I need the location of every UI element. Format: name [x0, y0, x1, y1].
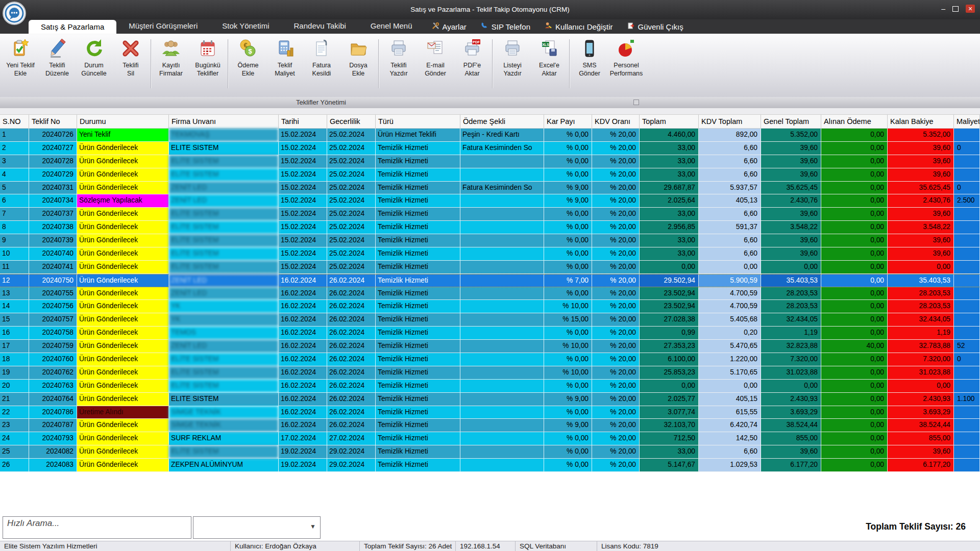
cell-sno: 15 — [0, 313, 29, 327]
ribbon-button-14[interactable]: XLSExcel'eAktar — [531, 37, 568, 78]
table-row[interactable]: 262024083Ürün GönderilecekZEKPEN ALÜMİNY… — [0, 459, 980, 472]
ribbon-button-6[interactable]: €$ÖdemeEkle — [230, 37, 266, 78]
tab-1[interactable]: Müşteri Görüşmeleri — [116, 19, 210, 34]
ribbon-button-10[interactable]: TeklifiYazdır — [380, 37, 417, 78]
table-row[interactable]: 2220240786Üretime AlındıSİMGE TEKNİK16.0… — [0, 406, 980, 419]
table-row[interactable]: 1020240740Ürün GönderilecekELİTE SİSTEM1… — [0, 247, 980, 261]
column-header-12[interactable]: Genel Toplam — [761, 115, 821, 128]
tab-0[interactable]: Satış & Pazarlama — [29, 20, 116, 34]
column-header-4[interactable]: Tarihi — [279, 115, 327, 128]
menu-item-3[interactable]: Güvenli Çıkış — [620, 19, 691, 34]
ribbon-button-label: SMSGönder — [571, 61, 608, 78]
table-row[interactable]: 320240728Ürün GönderilecekELİTE SİSTEM15… — [0, 155, 980, 168]
tab-3[interactable]: Randevu Takibi — [282, 19, 358, 34]
ribbon-button-2[interactable]: DurumGüncelle — [76, 37, 112, 78]
filter-dropdown[interactable]: ▼ — [193, 516, 321, 539]
table-row[interactable]: 1620240758Ürün GönderilecekTEMOS16.02.20… — [0, 327, 980, 340]
ribbon-button-4[interactable]: KayıtlıFirmalar — [153, 37, 189, 78]
cell-kdv_toplam: 4.700,59 — [699, 287, 761, 300]
cell-tarihi: 16.02.2024 — [279, 353, 327, 366]
ribbon-button-15[interactable]: SMSGönder — [571, 37, 608, 78]
table-row[interactable]: 1420240756Ürün GönderilecekYK16.02.20242… — [0, 300, 980, 313]
search-input[interactable] — [3, 516, 191, 539]
ribbon-button-16[interactable]: PersonelPerformans — [608, 37, 645, 78]
table-row[interactable]: 220240727Ürün GönderilecekELITE SISTEM15… — [0, 142, 980, 155]
column-header-11[interactable]: KDV Toplam — [699, 115, 761, 128]
table-row[interactable]: 2420240793Ürün GönderilecekSURF REKLAM17… — [0, 432, 980, 445]
column-header-7[interactable]: Ödeme Şekli — [460, 115, 544, 128]
ribbon-button-3[interactable]: TeklifiSil — [112, 37, 149, 78]
maximize-icon[interactable] — [952, 6, 959, 12]
cell-sno: 2 — [0, 142, 29, 155]
ribbon-button-5[interactable]: BugünküTeklifler — [189, 37, 226, 78]
cell-tarihi: 16.02.2024 — [279, 393, 327, 406]
cell-tarihi: 16.02.2024 — [279, 366, 327, 380]
column-header-5[interactable]: Gecerlilik — [327, 115, 376, 128]
close-icon[interactable]: × — [966, 5, 975, 13]
table-row[interactable]: 120240726Yeni TeklifTEKMOVAŞ15.02.202425… — [0, 129, 980, 142]
cell-odeme_sekli — [460, 194, 544, 208]
cell-alinan_odeme: 0,00 — [821, 393, 888, 406]
cell-kalan_bakiye: 39,60 — [888, 142, 954, 155]
table-row[interactable]: 920240739Ürün GönderilecekELİTE SİSTEM15… — [0, 234, 980, 247]
offers-table: 120240726Yeni TeklifTEKMOVAŞ15.02.202425… — [0, 129, 980, 472]
cell-alinan_odeme: 40,00 — [821, 340, 888, 353]
table-row[interactable]: 520240731Ürün GönderilecekZENİT LED15.02… — [0, 182, 980, 195]
tab-2[interactable]: Stok Yönetimi — [210, 19, 281, 34]
table-row[interactable]: 620240734Sözleşme YapılacakZENİT LED15.0… — [0, 194, 980, 208]
table-row[interactable]: 2320240787Ürün GönderilecekSİMGE TEKNİK1… — [0, 419, 980, 432]
table-row[interactable]: 1920240762Ürün GönderilecekELİTE SİSTEM1… — [0, 366, 980, 380]
ribbon-button-0[interactable]: Yeni TeklifEkle — [2, 37, 39, 78]
ribbon-button-9[interactable]: DosyaEkle — [340, 37, 377, 78]
column-header-15[interactable]: Maliyet — [954, 115, 980, 128]
column-header-13[interactable]: Alınan Ödeme — [821, 115, 888, 128]
minimize-icon[interactable]: – — [941, 5, 945, 13]
table-row[interactable]: 420240729Ürün GönderilecekELİTE SİSTEM15… — [0, 168, 980, 182]
cell-kar_payi: % 0,00 — [544, 327, 592, 340]
table-row[interactable]: 1320240755Ürün GönderilecekZENİT LED16.0… — [0, 287, 980, 300]
table-row[interactable]: 720240737Ürün GönderilecekELİTE SİSTEM15… — [0, 208, 980, 221]
ribbon-button-7[interactable]: TeklifMaliyet — [266, 37, 303, 78]
column-header-1[interactable]: Teklif No — [29, 115, 77, 128]
cell-toplam: 0,00 — [640, 261, 699, 274]
column-header-10[interactable]: Toplam — [640, 115, 699, 128]
column-header-0[interactable]: S.NO — [0, 115, 29, 128]
ribbon-button-1[interactable]: TeklifiDüzenle — [39, 37, 76, 78]
cell-firma: ELITE SISTEM — [169, 142, 279, 155]
table-row[interactable]: 252024082Ürün GönderilecekELİTE SİSTEM19… — [0, 445, 980, 459]
column-header-6[interactable]: Türü — [376, 115, 460, 128]
column-header-8[interactable]: Kar Payı — [544, 115, 592, 128]
cell-kar_payi: % 0,00 — [544, 459, 592, 472]
menu-item-2[interactable]: Kullanıcı Değiştir — [537, 19, 620, 34]
table-row[interactable]: 1820240760Ürün GönderilecekELİTE SİSTEM1… — [0, 353, 980, 366]
table-row[interactable]: 2120240764Ürün GönderilecekELITE SISTEM1… — [0, 393, 980, 406]
menu-item-1[interactable]: SIP Telefon — [474, 19, 537, 34]
table-row[interactable]: 1120240741Ürün GönderilecekELİTE SİSTEM1… — [0, 261, 980, 274]
tab-4[interactable]: Genel Menü — [358, 19, 425, 34]
ribbon-button-11[interactable]: E-mailGönder — [417, 37, 454, 78]
cell-turu: Temizlik Hizmeti — [376, 168, 460, 182]
group-expand-button[interactable] — [633, 99, 639, 105]
cell-odeme_sekli: Peşin - Kredi Kartı — [460, 129, 544, 142]
cell-teklif_no: 20240764 — [29, 393, 77, 406]
table-row[interactable]: 820240738Ürün GönderilecekELİTE SİSTEM15… — [0, 221, 980, 234]
cell-kdv_toplam: 405,13 — [699, 194, 761, 208]
column-header-2[interactable]: Durumu — [77, 115, 169, 128]
calendar-icon — [189, 37, 226, 60]
cell-firma: SİMGE TEKNİK — [169, 406, 279, 419]
cell-maliyet — [954, 313, 980, 327]
ribbon-button-13[interactable]: ListeyiYazdır — [494, 37, 531, 78]
column-header-9[interactable]: KDV Oranı — [592, 115, 640, 128]
cell-durumu: Yeni Teklif — [77, 129, 169, 142]
table-row[interactable]: 2020240763Ürün GönderilecekELİTE SİSTEM1… — [0, 380, 980, 393]
ribbon-button-12[interactable]: PDFPDF'eAktar — [454, 37, 491, 78]
column-header-3[interactable]: Firma Unvanı — [169, 115, 279, 128]
menu-item-0[interactable]: Ayarlar — [425, 19, 474, 34]
ribbon-button-label: TeklifiSil — [112, 61, 149, 78]
column-header-14[interactable]: Kalan Bakiye — [888, 115, 954, 128]
cell-kalan_bakiye: 3.693,29 — [888, 406, 954, 419]
table-row[interactable]: 1720240759Ürün GönderilecekZENİT LED16.0… — [0, 340, 980, 353]
table-row[interactable]: 1520240757Ürün GönderilecekYK16.02.20242… — [0, 313, 980, 327]
table-row[interactable]: 1220240750Ürün GönderilecekZENİT LED16.0… — [0, 274, 980, 287]
ribbon-button-8[interactable]: FaturaKesildi — [303, 37, 340, 78]
